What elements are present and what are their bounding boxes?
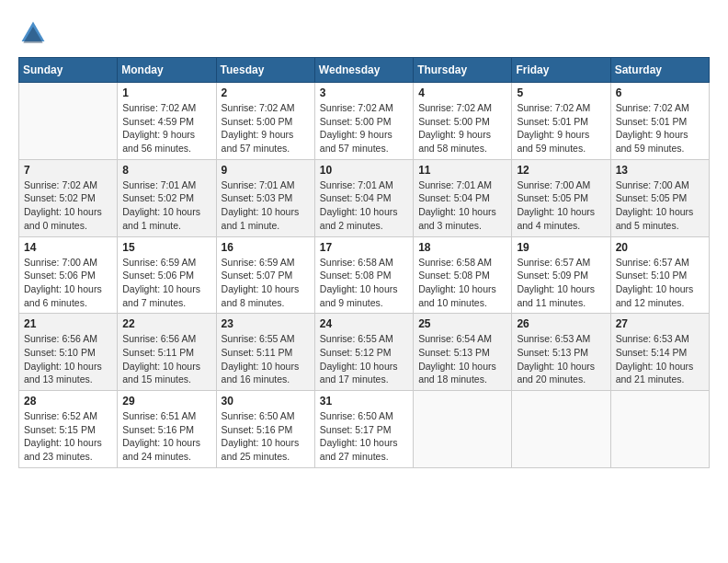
calendar-cell: 2Sunrise: 7:02 AM Sunset: 5:00 PM Daylig… — [216, 83, 314, 160]
calendar-cell: 14Sunrise: 7:00 AM Sunset: 5:06 PM Dayli… — [19, 236, 118, 314]
day-info: Sunrise: 6:59 AM Sunset: 5:07 PM Dayligh… — [222, 256, 310, 310]
calendar-cell: 23Sunrise: 6:55 AM Sunset: 5:11 PM Dayli… — [216, 314, 314, 391]
day-number: 21 — [24, 317, 112, 330]
day-number: 10 — [320, 164, 408, 177]
calendar-week-row: 21Sunrise: 6:56 AM Sunset: 5:10 PM Dayli… — [19, 314, 710, 391]
calendar-cell — [512, 391, 610, 468]
calendar-cell: 27Sunrise: 6:53 AM Sunset: 5:14 PM Dayli… — [610, 314, 709, 391]
day-info: Sunrise: 7:01 AM Sunset: 5:02 PM Dayligh… — [122, 178, 210, 233]
column-header-tuesday: Tuesday — [216, 58, 314, 83]
calendar-cell — [414, 391, 512, 468]
calendar-week-row: 28Sunrise: 6:52 AM Sunset: 5:15 PM Dayli… — [19, 391, 710, 468]
calendar-cell: 30Sunrise: 6:50 AM Sunset: 5:16 PM Dayli… — [216, 391, 314, 468]
column-header-thursday: Thursday — [414, 58, 512, 83]
calendar-week-row: 1Sunrise: 7:02 AM Sunset: 4:59 PM Daylig… — [19, 83, 710, 160]
day-number: 6 — [616, 86, 704, 99]
day-number: 18 — [418, 241, 506, 254]
calendar-cell: 1Sunrise: 7:02 AM Sunset: 4:59 PM Daylig… — [118, 83, 216, 160]
day-info: Sunrise: 6:53 AM Sunset: 5:14 PM Dayligh… — [616, 332, 704, 386]
day-info: Sunrise: 7:01 AM Sunset: 5:03 PM Dayligh… — [222, 178, 310, 233]
calendar-cell: 15Sunrise: 6:59 AM Sunset: 5:06 PM Dayli… — [118, 236, 216, 314]
calendar-cell: 18Sunrise: 6:58 AM Sunset: 5:08 PM Dayli… — [414, 236, 512, 314]
calendar-cell: 29Sunrise: 6:51 AM Sunset: 5:16 PM Dayli… — [118, 391, 216, 468]
day-info: Sunrise: 6:57 AM Sunset: 5:09 PM Dayligh… — [517, 256, 605, 310]
day-info: Sunrise: 6:59 AM Sunset: 5:06 PM Dayligh… — [122, 256, 210, 310]
calendar-cell — [610, 391, 709, 468]
day-info: Sunrise: 7:01 AM Sunset: 5:04 PM Dayligh… — [418, 178, 506, 233]
day-info: Sunrise: 6:50 AM Sunset: 5:16 PM Dayligh… — [222, 409, 310, 464]
calendar-cell: 16Sunrise: 6:59 AM Sunset: 5:07 PM Dayli… — [216, 236, 314, 314]
calendar-table: SundayMondayTuesdayWednesdayThursdayFrid… — [18, 57, 710, 468]
calendar-cell: 17Sunrise: 6:58 AM Sunset: 5:08 PM Dayli… — [314, 236, 413, 314]
day-number: 24 — [320, 317, 408, 330]
calendar-cell: 5Sunrise: 7:02 AM Sunset: 5:01 PM Daylig… — [512, 83, 610, 160]
calendar-cell: 7Sunrise: 7:02 AM Sunset: 5:02 PM Daylig… — [19, 159, 118, 236]
day-number: 28 — [24, 395, 112, 408]
day-info: Sunrise: 7:02 AM Sunset: 5:00 PM Dayligh… — [418, 101, 506, 155]
day-number: 27 — [616, 317, 704, 330]
day-info: Sunrise: 7:02 AM Sunset: 5:01 PM Dayligh… — [616, 101, 704, 155]
calendar-cell: 22Sunrise: 6:56 AM Sunset: 5:11 PM Dayli… — [118, 314, 216, 391]
day-number: 26 — [517, 317, 605, 330]
calendar-cell: 20Sunrise: 6:57 AM Sunset: 5:10 PM Dayli… — [610, 236, 709, 314]
column-header-friday: Friday — [512, 58, 610, 83]
day-number: 3 — [320, 86, 408, 99]
calendar-cell — [19, 83, 118, 160]
day-info: Sunrise: 6:57 AM Sunset: 5:10 PM Dayligh… — [616, 256, 704, 310]
day-number: 31 — [320, 395, 408, 408]
calendar-cell: 28Sunrise: 6:52 AM Sunset: 5:15 PM Dayli… — [19, 391, 118, 468]
day-info: Sunrise: 7:02 AM Sunset: 5:02 PM Dayligh… — [24, 178, 112, 233]
calendar-week-row: 7Sunrise: 7:02 AM Sunset: 5:02 PM Daylig… — [19, 159, 710, 236]
calendar-cell: 11Sunrise: 7:01 AM Sunset: 5:04 PM Dayli… — [414, 159, 512, 236]
day-number: 13 — [616, 164, 704, 177]
day-info: Sunrise: 6:56 AM Sunset: 5:10 PM Dayligh… — [24, 332, 112, 386]
day-number: 9 — [222, 164, 310, 177]
calendar-cell: 24Sunrise: 6:55 AM Sunset: 5:12 PM Dayli… — [314, 314, 413, 391]
day-info: Sunrise: 6:51 AM Sunset: 5:16 PM Dayligh… — [122, 409, 210, 464]
day-number: 12 — [517, 164, 605, 177]
day-number: 16 — [222, 241, 310, 254]
day-info: Sunrise: 6:56 AM Sunset: 5:11 PM Dayligh… — [122, 332, 210, 386]
day-info: Sunrise: 6:58 AM Sunset: 5:08 PM Dayligh… — [418, 256, 506, 310]
day-number: 23 — [222, 317, 310, 330]
day-info: Sunrise: 7:02 AM Sunset: 5:00 PM Dayligh… — [320, 101, 408, 155]
page-header — [18, 18, 710, 48]
day-info: Sunrise: 7:00 AM Sunset: 5:05 PM Dayligh… — [517, 178, 605, 233]
day-info: Sunrise: 6:55 AM Sunset: 5:12 PM Dayligh… — [320, 332, 408, 386]
day-number: 4 — [418, 86, 506, 99]
day-info: Sunrise: 6:52 AM Sunset: 5:15 PM Dayligh… — [24, 409, 112, 464]
day-number: 1 — [122, 86, 210, 99]
day-info: Sunrise: 6:50 AM Sunset: 5:17 PM Dayligh… — [320, 409, 408, 464]
day-number: 22 — [122, 317, 210, 330]
day-info: Sunrise: 7:02 AM Sunset: 5:00 PM Dayligh… — [222, 101, 310, 155]
column-header-sunday: Sunday — [19, 58, 118, 83]
day-number: 14 — [24, 241, 112, 254]
calendar-cell: 19Sunrise: 6:57 AM Sunset: 5:09 PM Dayli… — [512, 236, 610, 314]
day-number: 2 — [222, 86, 310, 99]
day-info: Sunrise: 6:54 AM Sunset: 5:13 PM Dayligh… — [418, 332, 506, 386]
logo — [18, 18, 50, 48]
day-number: 8 — [122, 164, 210, 177]
day-number: 19 — [517, 241, 605, 254]
calendar-cell: 3Sunrise: 7:02 AM Sunset: 5:00 PM Daylig… — [314, 83, 413, 160]
day-number: 25 — [418, 317, 506, 330]
day-info: Sunrise: 6:55 AM Sunset: 5:11 PM Dayligh… — [222, 332, 310, 386]
calendar-cell: 21Sunrise: 6:56 AM Sunset: 5:10 PM Dayli… — [19, 314, 118, 391]
calendar-cell: 26Sunrise: 6:53 AM Sunset: 5:13 PM Dayli… — [512, 314, 610, 391]
calendar-cell: 9Sunrise: 7:01 AM Sunset: 5:03 PM Daylig… — [216, 159, 314, 236]
day-number: 7 — [24, 164, 112, 177]
column-header-monday: Monday — [118, 58, 216, 83]
column-header-saturday: Saturday — [610, 58, 709, 83]
day-number: 29 — [122, 395, 210, 408]
calendar-cell: 12Sunrise: 7:00 AM Sunset: 5:05 PM Dayli… — [512, 159, 610, 236]
calendar-cell: 31Sunrise: 6:50 AM Sunset: 5:17 PM Dayli… — [314, 391, 413, 468]
day-number: 5 — [517, 86, 605, 99]
day-number: 30 — [222, 395, 310, 408]
day-number: 17 — [320, 241, 408, 254]
day-info: Sunrise: 7:02 AM Sunset: 4:59 PM Dayligh… — [122, 101, 210, 155]
logo-icon — [18, 18, 48, 48]
day-info: Sunrise: 7:01 AM Sunset: 5:04 PM Dayligh… — [320, 178, 408, 233]
day-number: 20 — [616, 241, 704, 254]
calendar-cell: 4Sunrise: 7:02 AM Sunset: 5:00 PM Daylig… — [414, 83, 512, 160]
day-info: Sunrise: 7:02 AM Sunset: 5:01 PM Dayligh… — [517, 101, 605, 155]
